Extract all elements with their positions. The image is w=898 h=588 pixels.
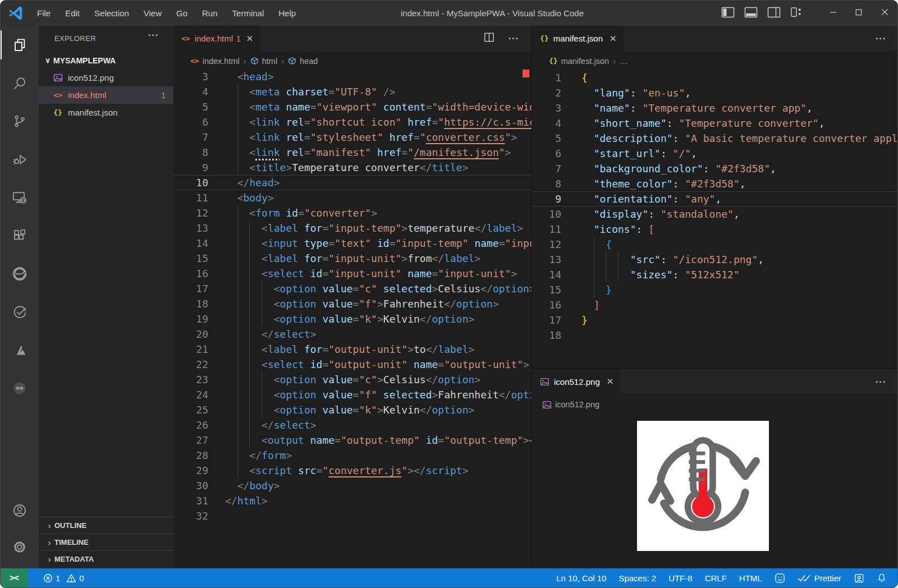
editor-group-left[interactable]: <>index.html1✕ ··· <>index.html›html›hea… (173, 26, 532, 568)
maximize-button[interactable] (846, 1, 872, 26)
formatter-status[interactable]: Prettier (791, 573, 847, 583)
browser-tools-button[interactable] (1, 369, 39, 407)
settings-gear-button[interactable] (1, 529, 39, 565)
cursor-position[interactable]: Ln 10, Col 10 (550, 573, 612, 583)
section-metadata[interactable]: ›METADATA (39, 550, 173, 567)
code-line-12: 12 <form id="converter"> (173, 205, 532, 220)
explorer-item-index-html[interactable]: <>index.html1 (39, 86, 173, 104)
azure-button[interactable] (1, 331, 39, 369)
close-tab-icon[interactable]: ✕ (610, 34, 617, 44)
section-timeline[interactable]: ›TIMELINE (39, 534, 173, 550)
code-text: <head> (225, 69, 274, 84)
line-number: 3 (532, 100, 561, 116)
layout-customize-icon[interactable] (790, 7, 803, 20)
code-text: <input type="text" id="input-temp" name=… (225, 236, 532, 251)
editor-actions-left: ··· (483, 26, 532, 51)
language-mode[interactable]: HTML (733, 573, 768, 583)
code-editor-manifest-json[interactable]: 1{2 "lang": "en-us",3 "name": "Temperatu… (532, 70, 898, 369)
breadcrumb-item-html[interactable]: html (250, 57, 277, 66)
line-number: 20 (173, 327, 208, 342)
breadcrumb-item--[interactable]: … (620, 57, 628, 66)
code-line-6: 6 <link rel="shortcut icon" href="https:… (173, 114, 532, 130)
remote-explorer-button[interactable] (1, 178, 39, 217)
code-text: <select id="output-unit" name="output-un… (225, 357, 529, 372)
source-control-button[interactable] (1, 102, 39, 140)
feedback-smiley-icon[interactable] (768, 573, 791, 584)
close-tab-icon[interactable]: ✕ (607, 376, 614, 387)
breadcrumb-item-manifest-json[interactable]: {}manifest.json (549, 57, 609, 66)
tab-index-html[interactable]: <>index.html1✕ (173, 26, 260, 51)
minimize-button[interactable] (820, 1, 846, 26)
tab-label: index.html (195, 34, 233, 43)
code-editor-index-html[interactable]: 3 <head>4 <meta charset="UTF-8" />5 <met… (173, 69, 532, 568)
split-editor-icon[interactable] (483, 31, 495, 45)
menu-view[interactable]: View (136, 1, 169, 26)
run-debug-button[interactable] (1, 140, 39, 178)
close-icon (881, 8, 889, 19)
code-text: "name": "Temperature converter app", (581, 100, 813, 116)
eol-status[interactable]: CRLF (699, 573, 733, 583)
close-tab-icon[interactable]: ✕ (246, 34, 254, 44)
encoding-status[interactable]: UTF-8 (662, 573, 699, 583)
code-link[interactable]: https://c.s-microsoft.com/favicon.ico?v2 (444, 116, 532, 128)
menu-file[interactable]: File (30, 1, 58, 26)
breadcrumb-item-icon512-png[interactable]: icon512.png (542, 400, 599, 410)
code-line-22: 22 <select id="output-unit" name="output… (173, 357, 532, 372)
html-file-icon: <> (52, 91, 63, 99)
breadcrumb-separator: › (244, 56, 246, 66)
menu-edit[interactable]: Edit (58, 1, 87, 26)
code-line-14: 14 <input type="text" id="input-temp" na… (173, 236, 532, 251)
editor-group-right[interactable]: {}manifest.json✕ ··· {}manifest.json›… 1… (532, 26, 898, 369)
code-line-32: 32 (173, 508, 532, 523)
layout-sidebar-icon[interactable] (721, 7, 735, 20)
menu-selection[interactable]: Selection (87, 1, 136, 26)
code-line-8: 8 <link rel="manifest" href="/manifest.j… (173, 145, 532, 160)
explorer-item-icon512-png[interactable]: icon512.png (39, 69, 173, 86)
edge-devtools-button[interactable] (1, 255, 39, 293)
line-number: 10 (532, 206, 561, 222)
test-explorer-button[interactable] (1, 293, 39, 331)
problems-status[interactable]: 1 0 (38, 568, 90, 587)
code-text: "background_color": "#2f3d58", (581, 161, 776, 176)
activity-bar-top (1, 26, 39, 407)
code-link[interactable]: /manifest.json (414, 146, 499, 158)
menu-go[interactable]: Go (169, 1, 195, 26)
breadcrumb-item-head[interactable]: head (288, 57, 318, 66)
files-explorer-button[interactable] (1, 26, 39, 64)
line-number: 11 (532, 222, 561, 237)
image-file-icon (52, 73, 63, 82)
explorer-item-manifest-json[interactable]: {}manifest.json (39, 104, 173, 121)
code-link[interactable]: converter.css (426, 131, 505, 143)
code-link[interactable]: converter.js (328, 465, 401, 476)
explorer-root-folder[interactable]: ∨ MYSAMPLEPWA (39, 52, 173, 69)
code-line-11: 11 <body> (173, 190, 532, 205)
remote-indicator[interactable]: >< (1, 568, 28, 587)
menu-help[interactable]: Help (271, 1, 303, 26)
layout-sidebar-right-icon[interactable] (767, 7, 781, 20)
breadcrumb-label: index.html (203, 57, 240, 66)
menu-terminal[interactable]: Terminal (225, 1, 272, 26)
search-button[interactable] (1, 64, 39, 102)
account-button[interactable] (1, 492, 39, 529)
ellipsis-icon[interactable]: ··· (876, 34, 886, 44)
extensions-button[interactable] (1, 217, 39, 255)
tab-manifest-json[interactable]: {}manifest.json✕ (532, 26, 624, 51)
layout-panel-icon[interactable] (744, 7, 758, 20)
line-number: 10 (173, 175, 208, 190)
code-line-20: 20 </select> (173, 327, 532, 342)
ellipsis-icon[interactable]: ··· (508, 34, 519, 44)
account-frame-icon[interactable] (847, 573, 870, 584)
ellipsis-icon[interactable]: ··· (876, 377, 886, 387)
line-number: 31 (173, 493, 208, 508)
files-explorer-icon (12, 38, 28, 53)
indentation-status[interactable]: Spaces: 2 (612, 573, 662, 583)
menu-run[interactable]: Run (195, 1, 225, 26)
notifications-bell-icon[interactable] (870, 573, 893, 583)
sidebar-more-icon[interactable]: ··· (148, 30, 159, 40)
tab-icon512-png[interactable]: icon512.png✕ (532, 369, 620, 394)
close-button[interactable] (872, 1, 897, 26)
source-control-icon (12, 114, 27, 128)
breadcrumb-item-index-html[interactable]: <>index.html (190, 57, 240, 66)
breadcrumb-separator: › (281, 56, 284, 66)
section-outline[interactable]: ›OUTLINE (39, 517, 173, 534)
